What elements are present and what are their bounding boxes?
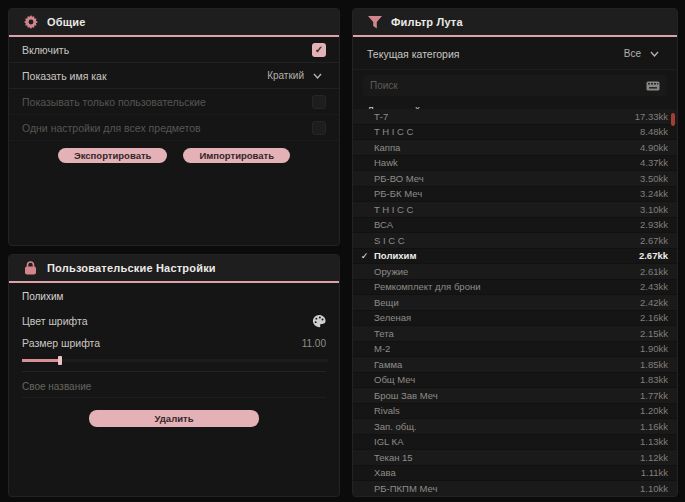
loot-item-name: Хава xyxy=(371,467,641,478)
search-input[interactable] xyxy=(370,80,645,91)
loot-item-row[interactable]: T H I C C3.10kk xyxy=(353,202,677,218)
chevron-down-icon xyxy=(650,51,659,57)
loot-item-name: Каппа xyxy=(371,142,640,153)
loot-item-row[interactable]: Зап. общ.1.16kk xyxy=(353,419,677,435)
category-value: Все xyxy=(624,48,641,59)
name-mode-value: Краткий xyxy=(267,70,304,81)
loot-item-row[interactable]: S I C C2.67kk xyxy=(353,233,677,249)
slider-handle[interactable] xyxy=(58,356,62,365)
same-settings-row: Одни настройки для всех предметов xyxy=(9,115,339,141)
loot-item-value: 2.16kk xyxy=(640,312,668,323)
loot-item-name: Гамма xyxy=(371,359,640,370)
loot-item-name: Брош Зав Меч xyxy=(371,390,640,401)
loot-item-name: S I C C xyxy=(371,235,640,246)
delete-button-row: Удалить xyxy=(22,410,326,427)
loot-item-value: 1.90kk xyxy=(640,343,668,354)
loot-item-value: 8.48kk xyxy=(640,126,668,137)
loot-item-row[interactable]: Общ Меч1.83kk xyxy=(353,373,677,389)
general-panel-header: Общие xyxy=(9,9,339,37)
category-row: Текущая категория Все xyxy=(353,37,677,70)
loot-item-name: Зап. общ. xyxy=(371,421,640,432)
font-color-label: Цвет шрифта xyxy=(22,315,88,327)
loot-item-name: Оружие xyxy=(371,266,640,277)
loot-item-value: 4.37kk xyxy=(640,157,668,168)
loot-item-value: 1.16kk xyxy=(640,421,668,432)
check-icon: ✓ xyxy=(358,251,371,261)
gear-icon xyxy=(23,15,38,30)
loot-item-name: Hawk xyxy=(371,157,640,168)
loot-item-row[interactable]: Т-717.33kk xyxy=(353,109,677,125)
font-size-label: Размер шрифта xyxy=(22,337,100,349)
loot-item-value: 1.12kk xyxy=(640,452,668,463)
loot-item-value: 2.43kk xyxy=(640,281,668,292)
loot-list: Т-717.33kkT H I C C8.48kkКаппа4.90kkHawk… xyxy=(353,109,677,496)
custom-name-input[interactable] xyxy=(22,376,326,398)
loot-item-row[interactable]: Гамма1.85kk xyxy=(353,357,677,373)
show-name-as-row: Показать имя как Краткий xyxy=(9,63,339,89)
loot-item-row[interactable]: Текан 151.12kk xyxy=(353,450,677,466)
loot-item-row[interactable]: T H I C C8.48kk xyxy=(353,125,677,141)
loot-item-value: 2.67kk xyxy=(639,250,668,261)
loot-item-name: Общ Меч xyxy=(371,374,640,385)
loot-item-value: 3.24kk xyxy=(640,188,668,199)
loot-item-value: 2.42kk xyxy=(640,297,668,308)
divider xyxy=(22,371,326,372)
loot-item-value: 1.20kk xyxy=(640,405,668,416)
loot-item-name: М-2 xyxy=(371,343,640,354)
loot-filter-panel: Фильтр Лута Текущая категория Все Доступ… xyxy=(352,8,678,497)
loot-item-row[interactable]: РБ-ВО Меч3.50kk xyxy=(353,171,677,187)
loot-item-row[interactable]: ✓Полихим2.67kk xyxy=(353,249,677,265)
loot-item-name: Зеленая xyxy=(371,312,640,323)
loot-item-row[interactable]: Ремкомплект для брони2.43kk xyxy=(353,280,677,296)
funnel-icon xyxy=(367,15,382,30)
import-button[interactable]: Импортировать xyxy=(183,148,290,163)
loot-item-row[interactable]: Rivals1.20kk xyxy=(353,404,677,420)
loot-item-row[interactable]: ВСА2.93kk xyxy=(353,218,677,234)
loot-item-name: Тета xyxy=(371,328,640,339)
same-settings-checkbox[interactable] xyxy=(312,121,326,135)
font-color-row: Цвет шрифта xyxy=(22,310,326,332)
loot-item-row[interactable]: Вещи2.42kk xyxy=(353,295,677,311)
custom-settings-panel: Пользовательские Настройки Полихим Цвет … xyxy=(8,254,340,497)
loot-item-row[interactable]: Тета2.15kk xyxy=(353,326,677,342)
loot-item-row[interactable]: РБ-ПКПМ Меч1.10kk xyxy=(353,481,677,497)
loot-item-value: 2.67kk xyxy=(640,235,668,246)
export-button[interactable]: Экспортировать xyxy=(58,148,167,163)
delete-button[interactable]: Удалить xyxy=(89,410,259,427)
enable-checkbox[interactable]: ✓ xyxy=(312,43,326,57)
loot-item-value: 1.83kk xyxy=(640,374,668,385)
keyboard-icon[interactable] xyxy=(645,78,660,93)
loot-item-row[interactable]: Hawk4.37kk xyxy=(353,156,677,172)
loot-item-value: 2.15kk xyxy=(640,328,668,339)
loot-item-name: T H I C C xyxy=(371,126,640,137)
loot-item-row[interactable]: РБ-БК Меч3.24kk xyxy=(353,187,677,203)
palette-icon[interactable] xyxy=(311,314,326,329)
enable-row: Включить ✓ xyxy=(9,37,339,63)
chevron-down-icon xyxy=(313,73,322,79)
only-custom-checkbox[interactable] xyxy=(312,95,326,109)
category-dropdown[interactable]: Все xyxy=(620,45,663,62)
font-size-slider[interactable] xyxy=(22,356,328,365)
loot-item-value: 1.77kk xyxy=(640,390,668,401)
loot-item-row[interactable]: Хава1.11kk xyxy=(353,466,677,482)
selected-item-name: Полихим xyxy=(22,291,326,302)
slider-track xyxy=(22,359,328,362)
loot-item-row[interactable]: Брош Зав Меч1.77kk xyxy=(353,388,677,404)
loot-item-row[interactable]: Оружие2.61kk xyxy=(353,264,677,280)
loot-item-value: 3.50kk xyxy=(640,173,668,184)
loot-item-row[interactable]: IGL КА1.13kk xyxy=(353,435,677,451)
custom-settings-title: Пользовательские Настройки xyxy=(47,262,216,274)
loot-item-row[interactable]: Каппа4.90kk xyxy=(353,140,677,156)
same-settings-label: Одни настройки для всех предметов xyxy=(22,122,201,134)
loot-item-value: 1.11kk xyxy=(641,467,668,478)
loot-item-value: 1.85kk xyxy=(640,359,668,370)
loot-item-row[interactable]: Зеленая2.16kk xyxy=(353,311,677,327)
font-size-value: 11.00 xyxy=(302,338,326,349)
name-mode-dropdown[interactable]: Краткий xyxy=(263,67,326,84)
loot-item-name: Полихим xyxy=(371,250,639,261)
loot-item-name: РБ-БК Меч xyxy=(371,188,640,199)
loot-item-row[interactable]: М-21.90kk xyxy=(353,342,677,358)
loot-item-value: 1.10kk xyxy=(640,483,668,494)
scrollbar-thumb[interactable] xyxy=(671,113,675,126)
loot-filter-title: Фильтр Лута xyxy=(391,16,463,28)
